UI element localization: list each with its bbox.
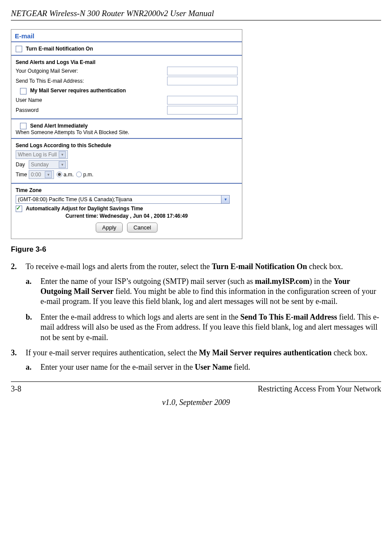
chevron-down-icon: ▾ [45, 171, 52, 178]
time-select[interactable]: 0:00 ▾ [29, 170, 54, 179]
step-2-text-b: check box. [307, 262, 343, 271]
alert-immediate-label: Send Alert Immediately [30, 123, 87, 129]
step-3a-letter: a. [26, 362, 32, 372]
manual-title: NETGEAR Wireless-N 300 Router WNR2000v2 … [11, 9, 381, 18]
outgoing-server-input[interactable] [167, 67, 238, 75]
footer-section-title: Restricting Access From Your Network [258, 384, 381, 394]
step-3-number: 3. [11, 348, 17, 358]
step-2a: a. Enter the name of your ISP’s outgoing… [26, 277, 381, 307]
sendto-input[interactable] [167, 77, 238, 85]
dst-label: Automatically Adjust for Daylight Saving… [26, 206, 143, 212]
footer-rule [11, 381, 381, 382]
chevron-down-icon: ▾ [59, 161, 66, 168]
username-label: User Name [16, 97, 167, 103]
step-3a-t2: field. [232, 363, 250, 371]
step-3-b1: My Mail Server requires authentication [199, 348, 332, 357]
chevron-down-icon: ▾ [59, 151, 66, 158]
tz-select[interactable]: (GMT-08:00) Pacific Time (US & Canada);T… [16, 195, 230, 204]
panel-title: E-mail [11, 30, 242, 42]
time-label: Time [16, 172, 29, 178]
day-select[interactable]: Sunday ▾ [29, 160, 68, 169]
step-3-t2: check box. [332, 348, 367, 357]
day-label: Day [16, 162, 29, 168]
footer-version: v1.0, September 2009 [11, 398, 381, 407]
step-2a-b1: mail.myISP.com [255, 277, 309, 286]
alert-immediate-checkbox[interactable] [20, 123, 27, 129]
cancel-button[interactable]: Cancel [127, 223, 157, 233]
step-2a-t2: ) in the [309, 277, 334, 286]
pm-label: p.m. [83, 172, 93, 178]
figure-caption: Figure 3-6 [11, 245, 381, 254]
tz-select-value: (GMT-08:00) Pacific Time (US & Canada);T… [16, 196, 221, 203]
auth-checkbox-label: My Mail Server requires authentication [30, 88, 126, 94]
send-heading: Send Alerts and Logs Via E-mail [16, 59, 238, 65]
current-time: Current time: Wednesday , Jun 04 , 2008 … [16, 213, 238, 219]
section-notification: Turn E-mail Notification On [11, 42, 242, 56]
password-label: Password [16, 107, 167, 113]
step-3a-b1: User Name [195, 363, 232, 371]
am-label: a.m. [64, 172, 74, 178]
footer-page-number: 3-8 [11, 384, 21, 394]
day-select-value: Sunday [31, 162, 49, 168]
notify-checkbox-label: Turn E-mail Notification On [26, 46, 93, 52]
step-2a-t1: Enter the name of your ISP’s outgoing (S… [40, 277, 255, 286]
outgoing-server-label: Your Outgoing Mail Server: [16, 68, 167, 74]
step-3a: a. Enter your user name for the e-mail s… [26, 362, 381, 372]
pm-radio[interactable] [76, 172, 82, 177]
email-settings-screenshot: E-mail Turn E-mail Notification On Send … [11, 29, 242, 239]
step-3-t1: If your e-mail server requires authentic… [26, 348, 199, 357]
step-2b-t1: Enter the e-mail address to which logs a… [40, 313, 240, 321]
chevron-down-icon: ▾ [221, 196, 229, 203]
step-2-number: 2. [11, 262, 17, 272]
step-2-bold: Turn E-mail Notification On [212, 262, 307, 271]
step-3: 3. If your e-mail server requires authen… [11, 348, 381, 373]
step-2-text-a: To receive e-mail logs and alerts from t… [26, 262, 212, 271]
tz-heading: Time Zone [16, 187, 238, 193]
step-2b: b. Enter the e-mail address to which log… [26, 312, 381, 343]
step-2a-letter: a. [26, 277, 32, 287]
sendto-label: Send To This E-mail Address: [16, 78, 167, 84]
apply-button[interactable]: Apply [96, 223, 123, 233]
step-3a-t1: Enter your user name for the e-mail serv… [40, 363, 195, 371]
section-alert-immediate: Send Alert Immediately When Someone Atte… [11, 119, 242, 139]
am-radio[interactable] [57, 172, 62, 177]
step-2b-b1: Send To This E-mail Address [240, 313, 337, 321]
auth-checkbox[interactable] [20, 88, 27, 94]
step-2b-letter: b. [26, 312, 32, 322]
notify-checkbox[interactable] [16, 46, 22, 52]
section-send-alerts: Send Alerts and Logs Via E-mail Your Out… [11, 56, 242, 119]
schedule-select[interactable]: When Log is Full ▾ [16, 150, 68, 159]
schedule-select-value: When Log is Full [18, 152, 57, 158]
alert-immediate-desc: When Someone Attempts To Visit A Blocked… [16, 129, 238, 135]
section-timezone: Time Zone (GMT-08:00) Pacific Time (US &… [11, 184, 242, 239]
username-input[interactable] [167, 96, 238, 105]
dst-checkbox[interactable] [16, 206, 22, 212]
password-input[interactable] [167, 106, 238, 115]
time-select-value: 0:00 [31, 172, 41, 178]
section-schedule: Send Logs According to this Schedule Whe… [11, 139, 242, 184]
header-rule [11, 20, 381, 20]
step-2: 2. To receive e-mail logs and alerts fro… [11, 262, 381, 343]
schedule-heading: Send Logs According to this Schedule [16, 142, 238, 148]
